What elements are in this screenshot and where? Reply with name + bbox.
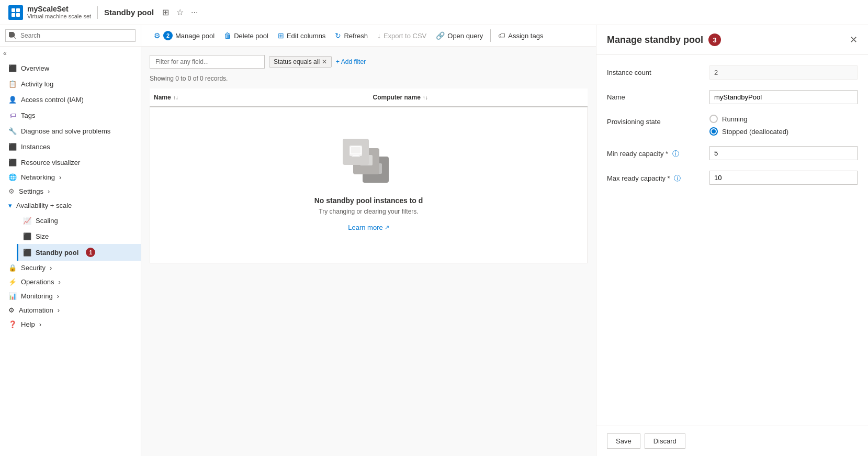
sidebar-item-help[interactable]: ❓ Help › — [0, 317, 141, 331]
edit-columns-label: Edit columns — [287, 32, 325, 40]
refresh-button[interactable]: ↻ Refresh — [331, 29, 372, 42]
scaling-icon: 📈 — [23, 216, 31, 225]
col-header-computer-name[interactable]: Computer name ↑↓ — [369, 92, 588, 103]
sidebar-item-overview[interactable]: ⬛ Overview — [0, 60, 141, 76]
edit-columns-icon: ⊞ — [278, 31, 284, 40]
panel-title-text: Manage standby pool — [607, 35, 703, 46]
sidebar-item-label: Size — [36, 232, 49, 240]
learn-more-label: Learn more — [348, 224, 382, 231]
empty-state-title: No standby pool instances to d — [314, 196, 423, 205]
sidebar-item-networking[interactable]: 🌐 Networking › — [0, 170, 141, 184]
manage-pool-label: Manage pool — [175, 32, 215, 40]
standby-pool-badge: 1 — [86, 248, 95, 257]
sidebar-item-operations[interactable]: ⚡ Operations › — [0, 275, 141, 289]
col-name-label: Name — [154, 94, 171, 101]
avail-scale-subitems: 📈 Scaling ⬛ Size ⬛ Standby pool 1 — [0, 213, 141, 261]
toolbar: ⚙ 2 Manage pool 🗑 Delete pool ⊞ Edit col… — [141, 25, 596, 47]
help-icon: ❓ — [8, 320, 17, 328]
table-header: Name ↑↓ Computer name ↑↓ — [150, 88, 588, 107]
sidebar-item-automation[interactable]: ⚙ Automation › — [0, 303, 141, 317]
sidebar-item-label: Automation — [19, 306, 53, 314]
empty-state-subtitle: Try changing or clearing your filters. — [319, 208, 418, 215]
max-ready-label: Max ready capacity * ⓘ — [607, 171, 701, 183]
sidebar-item-security[interactable]: 🔒 Security › — [0, 261, 141, 275]
settings-icon: ⚙ — [8, 187, 15, 195]
sidebar-item-instances[interactable]: ⬛ Instances — [0, 139, 141, 154]
name-value — [709, 90, 858, 104]
sidebar-search-container — [0, 25, 141, 47]
sidebar-item-label: Availability + scale — [16, 202, 72, 209]
sidebar-item-activity-log[interactable]: 📋 Activity log — [0, 76, 141, 92]
panel-title: Manage standby pool 3 — [607, 34, 721, 46]
content-area: ⚙ 2 Manage pool 🗑 Delete pool ⊞ Edit col… — [141, 25, 596, 456]
save-button[interactable]: Save — [607, 433, 640, 449]
sidebar: « ⬛ Overview 📋 Activity log 👤 Access con… — [0, 25, 141, 456]
chevron-right-icon: › — [48, 187, 50, 195]
sidebar-item-standby-pool[interactable]: ⬛ Standby pool 1 — [17, 244, 141, 261]
panel-close-button[interactable]: ✕ — [850, 34, 858, 46]
main-layout: « ⬛ Overview 📋 Activity log 👤 Access con… — [0, 25, 868, 456]
add-filter-button[interactable]: + Add filter — [336, 58, 366, 65]
sidebar-item-diagnose[interactable]: 🔧 Diagnose and solve problems — [0, 123, 141, 139]
filter-tag-close[interactable]: ✕ — [322, 58, 327, 65]
chevron-right-icon: › — [57, 292, 59, 300]
min-ready-input[interactable] — [709, 146, 858, 160]
more-button[interactable]: ··· — [189, 6, 200, 18]
sidebar-item-settings[interactable]: ⚙ Settings › — [0, 184, 141, 198]
chevron-right-icon: › — [58, 306, 60, 314]
empty-state: No standby pool instances to d Try chang… — [150, 107, 587, 263]
open-query-button[interactable]: 🔗 Open query — [432, 29, 487, 42]
sidebar-item-avail-scale[interactable]: ▾ Availability + scale — [0, 198, 141, 213]
max-ready-label-text: Max ready capacity * — [607, 174, 670, 182]
svg-rect-1 — [16, 8, 20, 12]
vm-box-1 — [343, 139, 369, 165]
filter-tag-status: Status equals all ✕ — [269, 56, 332, 68]
discard-button[interactable]: Discard — [645, 433, 685, 449]
sidebar-item-label: Monitoring — [21, 292, 53, 300]
sidebar-item-size[interactable]: ⬛ Size — [17, 228, 141, 244]
sidebar-item-resource-viz[interactable]: ⬛ Resource visualizer — [0, 154, 141, 170]
pin-button[interactable]: ⊞ — [160, 6, 171, 18]
instance-count-value — [709, 65, 858, 80]
learn-more-link[interactable]: Learn more ↗ — [348, 224, 389, 231]
sidebar-item-iam[interactable]: 👤 Access control (IAM) — [0, 92, 141, 107]
export-csv-button[interactable]: ↓ Export to CSV — [373, 29, 431, 42]
col-header-name[interactable]: Name ↑↓ — [150, 92, 369, 103]
resource-viz-icon: ⬛ — [8, 158, 17, 166]
filter-input[interactable] — [150, 55, 265, 69]
manage-pool-icon: ⚙ — [154, 31, 161, 40]
search-input[interactable] — [5, 29, 136, 42]
export-label: Export to CSV — [384, 32, 426, 40]
delete-pool-button[interactable]: 🗑 Delete pool — [220, 29, 273, 42]
favorite-button[interactable]: ☆ — [174, 6, 186, 18]
table-body: No standby pool instances to d Try chang… — [150, 107, 588, 263]
edit-columns-button[interactable]: ⊞ Edit columns — [274, 29, 330, 42]
refresh-label: Refresh — [344, 32, 368, 40]
svg-rect-6 — [352, 156, 360, 157]
sidebar-item-scaling[interactable]: 📈 Scaling — [17, 213, 141, 228]
panel-footer: Save Discard — [596, 426, 868, 456]
assign-tags-button[interactable]: 🏷 Assign tags — [494, 29, 547, 42]
manage-pool-button[interactable]: ⚙ 2 Manage pool — [150, 28, 219, 43]
chevron-right-icon: › — [50, 264, 52, 272]
radio-running[interactable]: Running — [709, 115, 858, 123]
max-ready-input[interactable] — [709, 171, 858, 185]
chevron-right-icon: › — [59, 278, 61, 286]
content-with-panel: ⚙ 2 Manage pool 🗑 Delete pool ⊞ Edit col… — [141, 25, 868, 456]
filter-tag-text: Status equals all — [274, 58, 320, 65]
sidebar-item-tags[interactable]: 🏷 Tags — [0, 107, 141, 123]
nav-back-button[interactable]: « — [0, 47, 141, 60]
radio-running-circle — [709, 115, 718, 123]
provisioning-state-options: Running Stopped (deallocated) — [709, 115, 858, 136]
radio-stopped[interactable]: Stopped (deallocated) — [709, 127, 858, 136]
svg-rect-2 — [12, 13, 15, 17]
name-input[interactable] — [709, 90, 858, 104]
form-row-name: Name — [607, 90, 858, 104]
diagnose-icon: 🔧 — [8, 127, 17, 135]
record-count: Showing 0 to 0 of 0 records. — [150, 75, 588, 82]
open-query-label: Open query — [447, 32, 483, 40]
instances-icon: ⬛ — [8, 142, 17, 151]
sidebar-item-label: Security — [21, 264, 46, 272]
sidebar-item-monitoring[interactable]: 📊 Monitoring › — [0, 289, 141, 303]
resource-subtitle: Virtual machine scale set — [27, 13, 91, 20]
